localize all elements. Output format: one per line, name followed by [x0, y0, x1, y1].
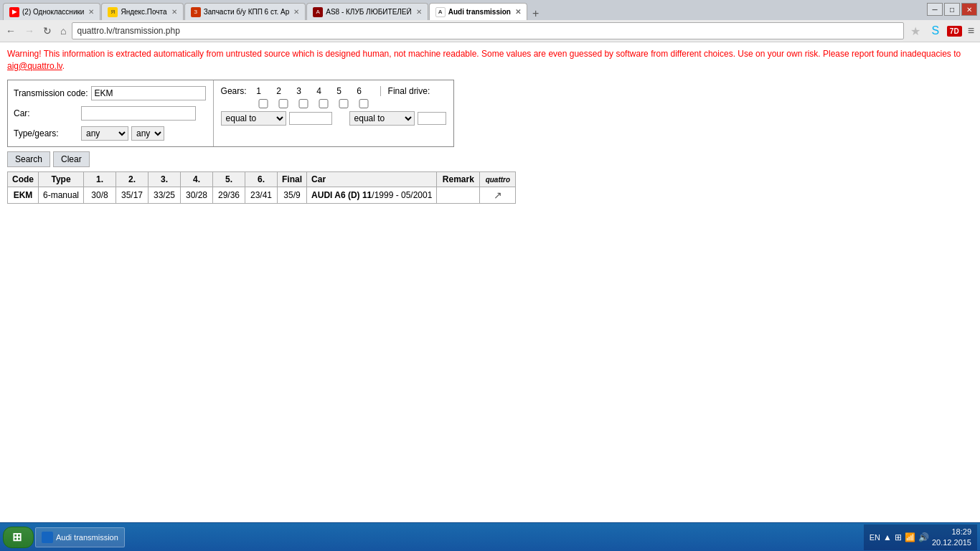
cell-type: 6-manual — [39, 187, 84, 203]
warning-text-1: Warning! This information is extracted a… — [7, 49, 961, 59]
header-car: Car — [307, 171, 437, 187]
clock-date: 20.12.2015 — [932, 537, 971, 547]
checkboxes-row — [221, 99, 446, 108]
car-date-rest: /1999 - 05/2001 — [372, 190, 432, 200]
page-content: Warning! This information is extracted a… — [0, 42, 980, 209]
warning-section: Warning! This information is extracted a… — [7, 48, 973, 72]
taskbar-items: Audi transmission — [35, 527, 862, 547]
reload-button[interactable]: ↻ — [40, 24, 55, 38]
results-table: Code Type 1. 2. 3. 4. 5. 6. Final Car Re… — [7, 171, 516, 204]
gear-num-6: 6 — [353, 86, 366, 96]
tab-parts[interactable]: З Запчасти б/у КПП 6 ст. Ар ✕ — [184, 3, 306, 20]
clock-time: 18:29 — [932, 527, 971, 537]
gear-checkbox-3[interactable] — [297, 99, 310, 108]
tab-close-5[interactable]: ✕ — [515, 8, 521, 16]
tab-odnoklassniki[interactable]: ▶ (2) Одноклассники ✕ — [3, 3, 100, 20]
car-label: Car: — [14, 108, 78, 118]
gear-num-3: 3 — [293, 86, 306, 96]
back-button[interactable]: ← — [3, 24, 19, 38]
form-right-section: Gears: 1 2 3 4 5 6 Final drive: — [214, 80, 453, 146]
cell-final: 35/9 — [278, 187, 307, 203]
minimize-button[interactable]: ─ — [927, 3, 943, 16]
star-icon[interactable]: ★ — [907, 22, 924, 39]
header-g6: 6. — [245, 171, 278, 187]
type-gears-row: Type/gears: any manual auto any 4 5 6 — [14, 126, 206, 141]
gear-num-4: 4 — [313, 86, 326, 96]
tab-close-3[interactable]: ✕ — [293, 8, 299, 16]
tab-audi-transmission[interactable]: A Audi transmission ✕ — [429, 3, 527, 20]
warning-text-2: . — [62, 61, 65, 71]
header-g5: 5. — [213, 171, 245, 187]
gear-checkbox-5[interactable] — [337, 99, 350, 108]
header-g4: 4. — [181, 171, 213, 187]
condition-row: equal to less than greater than equal to… — [221, 111, 446, 126]
cell-g5: 29/36 — [213, 187, 245, 203]
tc-label: Transmission code: — [14, 88, 88, 98]
cell-g6: 23/41 — [245, 187, 278, 203]
gear-num-2: 2 — [273, 86, 286, 96]
table-header-row: Code Type 1. 2. 3. 4. 5. 6. Final Car Re… — [8, 171, 516, 187]
navigation-bar: ← → ↻ ⌂ quattro.lv/transmission.php ★ S … — [0, 20, 980, 42]
gear-checkbox-2[interactable] — [277, 99, 290, 108]
car-bold-date: 11 — [362, 190, 372, 200]
transmission-code-row: Transmission code: — [14, 86, 206, 100]
cell-g4: 30/28 — [181, 187, 213, 203]
warning-email[interactable]: aig@quattro.lv — [7, 61, 62, 71]
home-button[interactable]: ⌂ — [57, 24, 69, 38]
final-condition-input[interactable] — [418, 112, 446, 125]
gear-checkbox-1[interactable] — [257, 99, 270, 108]
car-audi: AUDI A6 (D) — [311, 190, 362, 200]
clock[interactable]: 18:29 20.12.2015 — [932, 527, 971, 547]
condition-select[interactable]: equal to less than greater than — [221, 111, 286, 126]
search-button[interactable]: Search — [7, 151, 50, 167]
tab-icon-5: A — [435, 7, 446, 17]
gear-num-5: 5 — [333, 86, 346, 96]
header-type: Type — [39, 171, 84, 187]
extension-icon[interactable]: 7D — [947, 26, 962, 37]
lang-indicator[interactable]: EN — [870, 533, 880, 542]
gear-checkbox-6[interactable] — [357, 99, 370, 108]
cell-g1: 30/8 — [84, 187, 116, 203]
taskbar-item-1[interactable]: Audi transmission — [35, 527, 125, 547]
window-controls: ─ □ ✕ — [924, 0, 980, 19]
condition-value-input[interactable] — [289, 112, 332, 125]
new-tab-button[interactable]: + — [528, 7, 543, 20]
start-button[interactable]: ⊞ — [3, 527, 34, 548]
tab-close-1[interactable]: ✕ — [88, 8, 94, 16]
skype-icon[interactable]: S — [927, 22, 944, 39]
table-row: EKM 6-manual 30/8 35/17 33/25 30/28 29/3… — [8, 187, 516, 203]
tab-label-5: Audi transmission — [448, 8, 511, 16]
transmission-code-input[interactable] — [91, 86, 206, 100]
tab-icon-3: З — [191, 7, 201, 17]
cell-code: EKM — [8, 187, 39, 203]
car-input[interactable] — [81, 106, 196, 121]
menu-button[interactable]: ≡ — [965, 23, 977, 39]
gear-numbers: 1 2 3 4 5 6 — [253, 86, 366, 96]
system-tray: EN ▲ ⊞ 📶 🔊 18:29 20.12.2015 — [864, 524, 977, 550]
header-remark: Remark — [437, 171, 480, 187]
maximize-button[interactable]: □ — [944, 3, 960, 16]
quattro-link-icon[interactable]: ↗ — [494, 189, 502, 201]
type-select[interactable]: any manual auto — [81, 126, 128, 141]
type-gears-label: Type/gears: — [14, 128, 78, 138]
cell-remark — [437, 187, 480, 203]
tab-icon-2: Я — [108, 7, 118, 17]
cell-quattro[interactable]: ↗ — [480, 187, 516, 203]
tab-yandex[interactable]: Я Яндекс.Почта ✕ — [101, 3, 183, 20]
clear-button[interactable]: Clear — [53, 151, 90, 167]
tab-close-4[interactable]: ✕ — [416, 8, 422, 16]
tab-as8[interactable]: A AS8 - КЛУБ ЛЮБИТЕЛЕЙ ✕ — [306, 3, 428, 20]
url-bar[interactable]: quattro.lv/transmission.php — [72, 22, 903, 39]
header-g2: 2. — [116, 171, 149, 187]
close-button[interactable]: ✕ — [961, 3, 977, 16]
tab-close-2[interactable]: ✕ — [171, 8, 177, 16]
gear-checkbox-4[interactable] — [317, 99, 330, 108]
gears-select[interactable]: any 4 5 6 — [131, 126, 164, 141]
forward-button[interactable]: → — [22, 24, 37, 38]
final-condition-select[interactable]: equal to less than greater than — [349, 111, 415, 126]
speaker-icon: 🔊 — [918, 532, 929, 542]
header-quattro: quattro — [480, 171, 516, 187]
cell-g2: 35/17 — [116, 187, 149, 203]
cell-g3: 33/25 — [149, 187, 181, 203]
cell-car: AUDI A6 (D) 11/1999 - 05/2001 — [307, 187, 437, 203]
